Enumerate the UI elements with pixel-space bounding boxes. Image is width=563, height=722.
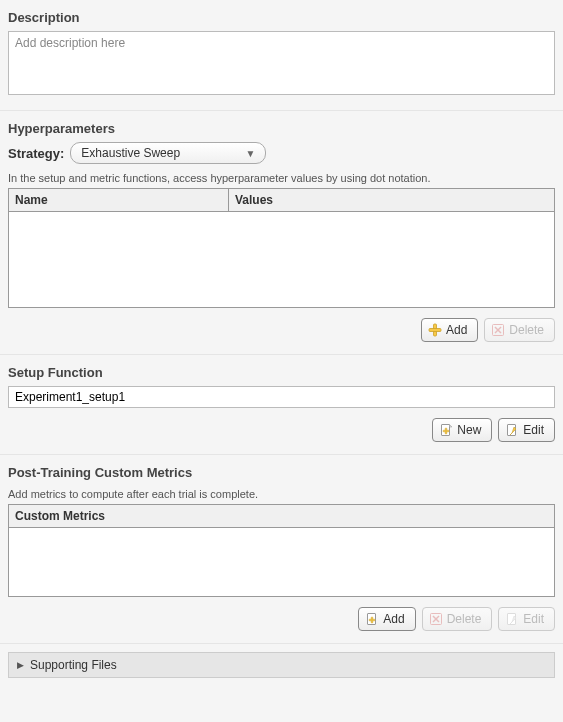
setup-function-section: Setup Function New Edit — [0, 355, 563, 455]
new-file-icon — [439, 423, 453, 437]
metrics-delete-button: Delete — [422, 607, 493, 631]
col-name: Name — [9, 189, 229, 211]
svg-rect-7 — [443, 430, 449, 432]
delete-button: Delete — [484, 318, 555, 342]
strategy-dropdown[interactable]: Exhaustive Sweep ▼ — [70, 142, 266, 164]
setup-function-input[interactable] — [8, 386, 555, 408]
hyperparameters-title: Hyperparameters — [8, 121, 555, 136]
custom-metrics-title: Post-Training Custom Metrics — [8, 465, 555, 480]
edit-button[interactable]: Edit — [498, 418, 555, 442]
custom-metrics-hint: Add metrics to compute after each trial … — [8, 488, 555, 500]
hyperparameters-section: Hyperparameters Strategy: Exhaustive Swe… — [0, 111, 563, 355]
hyperparameters-hint: In the setup and metric functions, acces… — [8, 172, 555, 184]
description-input[interactable] — [8, 31, 555, 95]
hyperparameters-buttons: Add Delete — [8, 318, 555, 342]
edit-label: Edit — [523, 423, 544, 437]
delete-icon — [491, 323, 505, 337]
custom-metrics-table: Custom Metrics — [8, 504, 555, 597]
col-values: Values — [229, 189, 554, 211]
delete-icon — [429, 612, 443, 626]
table-header: Name Values — [9, 189, 554, 212]
setup-function-buttons: New Edit — [8, 418, 555, 442]
strategy-label: Strategy: — [8, 146, 64, 161]
new-file-icon — [365, 612, 379, 626]
new-label: New — [457, 423, 481, 437]
edit-file-icon — [505, 423, 519, 437]
add-button[interactable]: Add — [421, 318, 478, 342]
supporting-files-title: Supporting Files — [30, 658, 117, 672]
table-body — [9, 212, 554, 307]
metrics-add-label: Add — [383, 612, 404, 626]
edit-file-icon — [505, 612, 519, 626]
description-title: Description — [8, 10, 555, 25]
setup-function-title: Setup Function — [8, 365, 555, 380]
metrics-edit-label: Edit — [523, 612, 544, 626]
svg-rect-1 — [429, 329, 441, 332]
supporting-files-panel[interactable]: ▶ Supporting Files — [8, 652, 555, 678]
chevron-down-icon: ▼ — [245, 148, 255, 159]
hyperparameters-table: Name Values — [8, 188, 555, 308]
svg-rect-11 — [369, 619, 375, 621]
add-label: Add — [446, 323, 467, 337]
description-section: Description — [0, 0, 563, 111]
delete-label: Delete — [509, 323, 544, 337]
custom-metrics-body — [9, 528, 554, 596]
new-button[interactable]: New — [432, 418, 492, 442]
strategy-row: Strategy: Exhaustive Sweep ▼ — [8, 142, 555, 164]
strategy-value: Exhaustive Sweep — [81, 146, 180, 160]
metrics-add-button[interactable]: Add — [358, 607, 415, 631]
metrics-edit-button: Edit — [498, 607, 555, 631]
custom-metrics-section: Post-Training Custom Metrics Add metrics… — [0, 455, 563, 644]
metrics-delete-label: Delete — [447, 612, 482, 626]
triangle-right-icon: ▶ — [17, 660, 24, 670]
plus-icon — [428, 323, 442, 337]
custom-metrics-buttons: Add Delete Edit — [8, 607, 555, 631]
custom-metrics-header: Custom Metrics — [9, 505, 554, 528]
